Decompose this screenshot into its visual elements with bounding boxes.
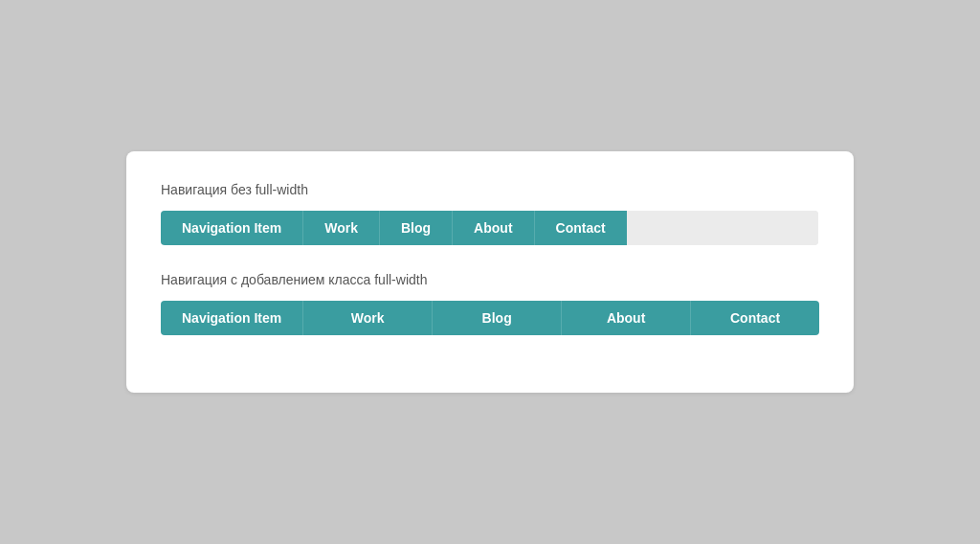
nav-bar-fullwidth: Navigation Item Work Blog About Contact bbox=[161, 301, 819, 335]
nav-fw-item-about[interactable]: About bbox=[562, 301, 691, 335]
nav-item-work[interactable]: Work bbox=[303, 211, 380, 245]
section1-label: Навигация без full-width bbox=[161, 182, 819, 197]
nav-bar-no-fullwidth: Navigation Item Work Blog About Contact bbox=[161, 211, 818, 245]
nav-item-navigation-item[interactable]: Navigation Item bbox=[161, 211, 303, 245]
nav-fw-item-blog[interactable]: Blog bbox=[433, 301, 562, 335]
section2-label: Навигация с добавлением класса full-widt… bbox=[161, 272, 819, 287]
nav-fw-item-contact[interactable]: Contact bbox=[691, 301, 819, 335]
nav-fw-item-navigation-item[interactable]: Navigation Item bbox=[161, 301, 303, 335]
nav-item-contact[interactable]: Contact bbox=[535, 211, 627, 245]
nav-item-blog[interactable]: Blog bbox=[380, 211, 453, 245]
nav-item-about[interactable]: About bbox=[453, 211, 534, 245]
nav-spacer bbox=[627, 211, 818, 245]
nav-fw-item-work[interactable]: Work bbox=[303, 301, 433, 335]
demo-card: Навигация без full-width Navigation Item… bbox=[126, 151, 854, 393]
